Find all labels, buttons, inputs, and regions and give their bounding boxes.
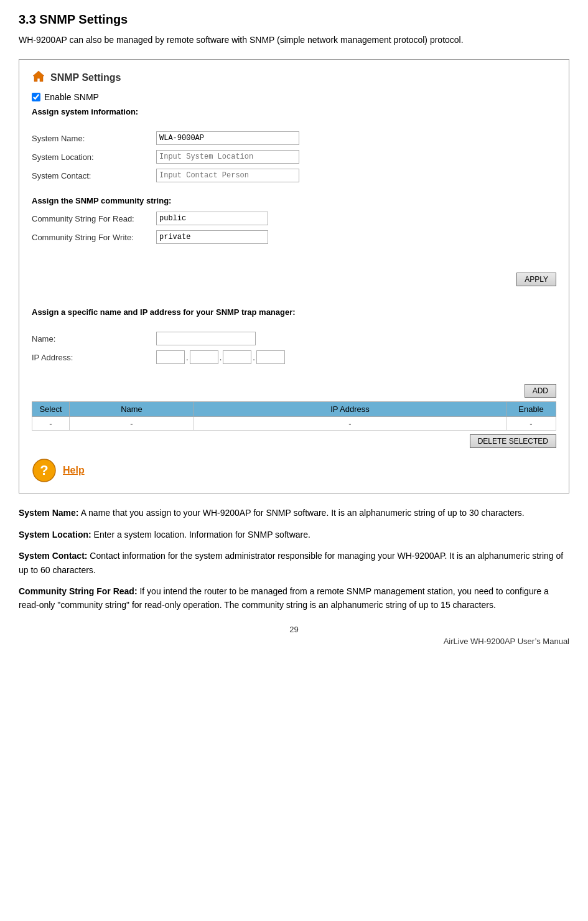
community-read-row: Community String For Read: [32,212,556,225]
ip-octet-1[interactable] [156,350,185,364]
apply-button[interactable]: APPLY [516,273,556,286]
system-name-input[interactable] [156,131,299,145]
intro-paragraph: WH-9200AP can also be managed by remote … [19,33,569,47]
col-select: Select [32,402,70,417]
snmp-table: Select Name IP Address Enable - - - - [32,401,556,431]
svg-text:?: ? [40,462,48,478]
help-row: ? Help [32,458,556,483]
desc-system-contact-text: Contact information for the system admin… [19,551,563,574]
col-ip: IP Address [194,402,506,417]
panel-title: SNMP Settings [32,70,556,86]
apply-row: APPLY [32,273,556,286]
ip-sep-2: . [220,353,222,362]
desc-community-read-term: Community String For Read: [19,586,138,596]
desc-system-name-text: A name that you assign to your WH-9200AP… [81,508,525,518]
community-write-input[interactable] [156,230,268,244]
page-number: 29 [19,625,569,634]
enable-snmp-label: Enable SNMP [44,92,99,102]
table-header-row: Select Name IP Address Enable [32,402,556,417]
trap-name-label: Name: [32,334,156,344]
delete-row: DELETE SELECTED [32,434,556,448]
desc-system-location-text: Enter a system location. Information for… [94,530,310,540]
help-label[interactable]: Help [63,465,85,476]
trap-ip-label: IP Address: [32,353,156,362]
row-enable: - [506,417,556,431]
community-write-row: Community String For Write: [32,230,556,244]
community-write-label: Community String For Write: [32,233,156,242]
trap-name-input[interactable] [156,332,256,345]
snmp-settings-panel: SNMP Settings Enable SNMP Assign system … [19,59,569,493]
trap-name-row: Name: [32,332,556,345]
delete-selected-button[interactable]: DELETE SELECTED [470,434,556,448]
ip-octet-4[interactable] [256,350,285,364]
system-location-input[interactable] [156,150,299,164]
svg-marker-0 [33,71,44,82]
trap-section-label: Assign a specific name and IP address fo… [32,307,556,317]
system-location-row: System Location: [32,150,556,164]
assign-community-label: Assign the SNMP community string: [32,196,556,205]
ip-sep-1: . [186,353,189,362]
page-title: 3.3 SNMP Settings [19,12,569,27]
system-contact-label: System Contact: [32,171,156,180]
footer-brand: AirLive WH-9200AP User’s Manual [19,637,569,646]
add-row: ADD [32,384,556,398]
desc-system-contact-term: System Contact: [19,551,87,561]
enable-snmp-checkbox[interactable] [32,93,40,101]
enable-snmp-row: Enable SNMP [32,92,556,102]
help-icon: ? [32,458,57,483]
add-button[interactable]: ADD [525,384,556,398]
row-name: - [70,417,194,431]
system-name-label: System Name: [32,134,156,143]
table-row: - - - - [32,417,556,431]
desc-system-location-term: System Location: [19,530,91,540]
assign-system-label: Assign system information: [32,107,556,116]
desc-community-read: Community String For Read: If you intend… [19,584,569,612]
system-contact-input[interactable] [156,169,299,182]
col-enable: Enable [506,402,556,417]
col-name: Name [70,402,194,417]
row-ip: - [194,417,506,431]
ip-octet-2[interactable] [190,350,218,364]
row-select: - [32,417,70,431]
desc-system-contact: System Contact: Contact information for … [19,549,569,577]
ip-octet-3[interactable] [223,350,251,364]
desc-system-name-term: System Name: [19,508,79,518]
community-read-input[interactable] [156,212,268,225]
community-read-label: Community String For Read: [32,214,156,223]
trap-ip-row: IP Address: . . . [32,350,556,364]
desc-system-name: System Name: A name that you assign to y… [19,506,569,520]
system-contact-row: System Contact: [32,169,556,182]
system-location-label: System Location: [32,152,156,162]
ip-sep-3: . [253,353,255,362]
desc-system-location: System Location: Enter a system location… [19,528,569,541]
system-name-row: System Name: [32,131,556,145]
home-icon [32,70,45,86]
